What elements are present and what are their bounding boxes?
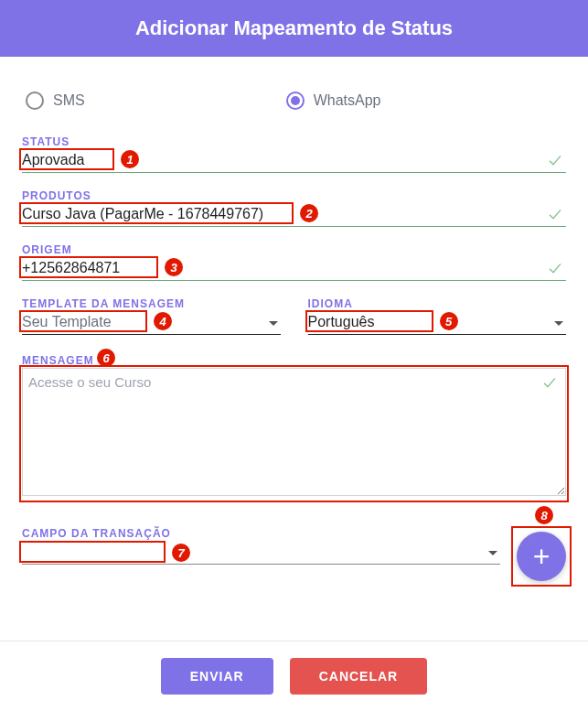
modal-content: SMS WhatsApp STATUS 1 PRODUTOS 2 ORIGEM … [0, 57, 588, 641]
campo-select[interactable] [22, 540, 500, 565]
campo-transacao-field: CAMPO DA TRANSAÇÃO 7 [22, 527, 500, 565]
produtos-field: PRODUTOS 2 [22, 189, 566, 227]
produtos-input[interactable] [22, 202, 566, 227]
check-icon [546, 261, 564, 275]
campo-label: CAMPO DA TRANSAÇÃO [22, 527, 500, 540]
check-icon [540, 375, 559, 390]
check-icon [546, 207, 564, 221]
status-field: STATUS 1 [22, 135, 566, 173]
radio-whatsapp[interactable]: WhatsApp [286, 92, 381, 110]
radio-icon [286, 92, 305, 110]
origem-input[interactable] [22, 256, 566, 281]
mensagem-field: MENSAGEM 6 [22, 351, 566, 500]
modal-title: Adicionar Mapeamento de Status [135, 16, 453, 39]
channel-radio-group: SMS WhatsApp [22, 92, 566, 110]
transacao-row: CAMPO DA TRANSAÇÃO 7 + 8 [22, 527, 566, 581]
chevron-down-icon [268, 320, 279, 328]
send-button[interactable]: ENVIAR [161, 658, 273, 695]
template-label: TEMPLATE DA MENSAGEM [22, 297, 281, 310]
origem-field: ORIGEM 3 [22, 243, 566, 281]
origem-label: ORIGEM [22, 243, 566, 256]
modal-header: Adicionar Mapeamento de Status [0, 0, 588, 57]
radio-sms-label: SMS [53, 92, 85, 109]
mensagem-label: MENSAGEM [22, 354, 94, 367]
mensagem-textarea[interactable] [22, 368, 566, 496]
idioma-field: IDIOMA 5 [308, 297, 567, 335]
status-label: STATUS [22, 135, 566, 148]
check-icon [546, 153, 564, 167]
template-idioma-row: TEMPLATE DA MENSAGEM 4 IDIOMA 5 [22, 297, 566, 351]
modal-footer: ENVIAR CANCELAR [0, 641, 588, 711]
cancel-button[interactable]: CANCELAR [290, 658, 428, 695]
template-field: TEMPLATE DA MENSAGEM 4 [22, 297, 281, 335]
chevron-down-icon [487, 550, 498, 557]
idioma-label: IDIOMA [308, 297, 567, 310]
radio-icon [26, 92, 44, 110]
idioma-select[interactable] [308, 310, 567, 335]
radio-whatsapp-label: WhatsApp [314, 92, 381, 109]
chevron-down-icon [553, 320, 564, 328]
status-input[interactable] [22, 148, 566, 173]
add-button[interactable]: + [517, 532, 566, 581]
template-select[interactable] [22, 310, 281, 335]
radio-sms[interactable]: SMS [26, 92, 85, 110]
produtos-label: PRODUTOS [22, 189, 566, 202]
